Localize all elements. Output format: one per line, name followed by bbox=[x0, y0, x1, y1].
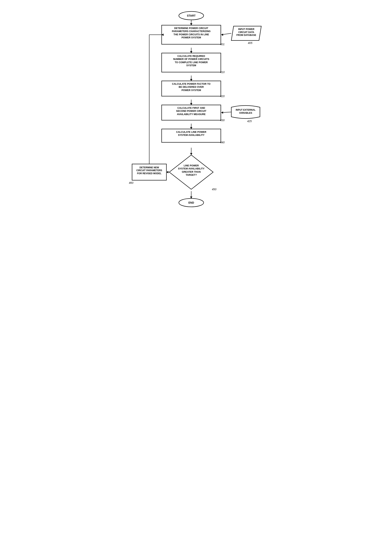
main-diagram: STARTDETERMINE POWER CIRCUITPARAMETERS C… bbox=[126, 6, 266, 211]
svg-text:NUMBER OF POWER CIRCUITS: NUMBER OF POWER CIRCUITS bbox=[173, 58, 209, 61]
svg-text:410: 410 bbox=[220, 71, 225, 74]
svg-marker-37 bbox=[221, 112, 223, 114]
svg-text:INPUT EXTERNAL: INPUT EXTERNAL bbox=[236, 109, 256, 111]
svg-text:405: 405 bbox=[248, 42, 252, 44]
svg-text:TARGET?: TARGET? bbox=[186, 174, 197, 176]
svg-text:DETERMINE POWER CIRCUIT: DETERMINE POWER CIRCUIT bbox=[174, 27, 208, 30]
svg-text:CIRCUIT DATA: CIRCUIT DATA bbox=[238, 31, 254, 34]
svg-text:401: 401 bbox=[220, 43, 224, 46]
svg-text:FROM DATABASE: FROM DATABASE bbox=[237, 34, 256, 37]
svg-marker-13 bbox=[221, 34, 223, 36]
svg-text:CALCULATE POWER FACTOR TO: CALCULATE POWER FACTOR TO bbox=[172, 83, 210, 85]
svg-text:460: 460 bbox=[129, 181, 133, 184]
svg-text:420: 420 bbox=[220, 95, 225, 98]
svg-text:TO COMPLETE LINE POWER: TO COMPLETE LINE POWER bbox=[175, 61, 208, 64]
svg-text:CIRCUIT PARAMETERS: CIRCUIT PARAMETERS bbox=[136, 169, 162, 172]
svg-text:POWER SYSTEM: POWER SYSTEM bbox=[182, 89, 201, 92]
svg-text:END: END bbox=[188, 201, 194, 204]
svg-marker-15 bbox=[190, 51, 192, 53]
svg-text:CALCULATE LINE POWER: CALCULATE LINE POWER bbox=[176, 131, 206, 133]
svg-text:450: 450 bbox=[212, 188, 216, 191]
svg-text:LINE POWER: LINE POWER bbox=[184, 164, 199, 167]
svg-marker-22 bbox=[190, 79, 192, 81]
svg-marker-2 bbox=[190, 23, 192, 25]
svg-text:430: 430 bbox=[220, 119, 225, 122]
svg-text:SYSTEM AVAILABILITY: SYSTEM AVAILABILITY bbox=[178, 167, 205, 170]
svg-text:SYSTEM: SYSTEM bbox=[186, 64, 196, 67]
svg-marker-58 bbox=[166, 171, 168, 173]
svg-text:PARAMETERS CHARACTERIZING: PARAMETERS CHARACTERIZING bbox=[172, 30, 211, 33]
svg-text:440: 440 bbox=[220, 141, 225, 144]
svg-text:VARIABLES: VARIABLES bbox=[239, 112, 252, 114]
svg-text:BE DELIVERED OVER: BE DELIVERED OVER bbox=[179, 86, 204, 88]
svg-text:GREATER THAN: GREATER THAN bbox=[182, 171, 201, 173]
svg-text:CALCULATE FIRST AND: CALCULATE FIRST AND bbox=[177, 107, 205, 109]
svg-text:SYSTEM AVAILABILITY: SYSTEM AVAILABILITY bbox=[178, 134, 205, 136]
svg-text:DETERMINE NEW: DETERMINE NEW bbox=[140, 166, 159, 169]
svg-text:FOR REVISED MODEL: FOR REVISED MODEL bbox=[137, 172, 161, 175]
svg-marker-39 bbox=[190, 127, 192, 129]
svg-text:AVAILABILITY MEASURE: AVAILABILITY MEASURE bbox=[177, 113, 205, 116]
svg-marker-28 bbox=[190, 103, 192, 105]
svg-text:CALCULATE REQUIRED: CALCULATE REQUIRED bbox=[177, 55, 205, 57]
svg-text:THE POWER CIRCUITS IN LINE: THE POWER CIRCUITS IN LINE bbox=[173, 33, 209, 36]
svg-text:START: START bbox=[187, 14, 196, 17]
svg-text:POWER SYSTEM: POWER SYSTEM bbox=[182, 36, 201, 39]
svg-text:SECOND POWER CIRCUIT: SECOND POWER CIRCUIT bbox=[176, 110, 206, 112]
svg-marker-51 bbox=[190, 196, 192, 198]
svg-text:425: 425 bbox=[247, 120, 252, 123]
svg-text:INPUT POWER: INPUT POWER bbox=[238, 28, 254, 31]
